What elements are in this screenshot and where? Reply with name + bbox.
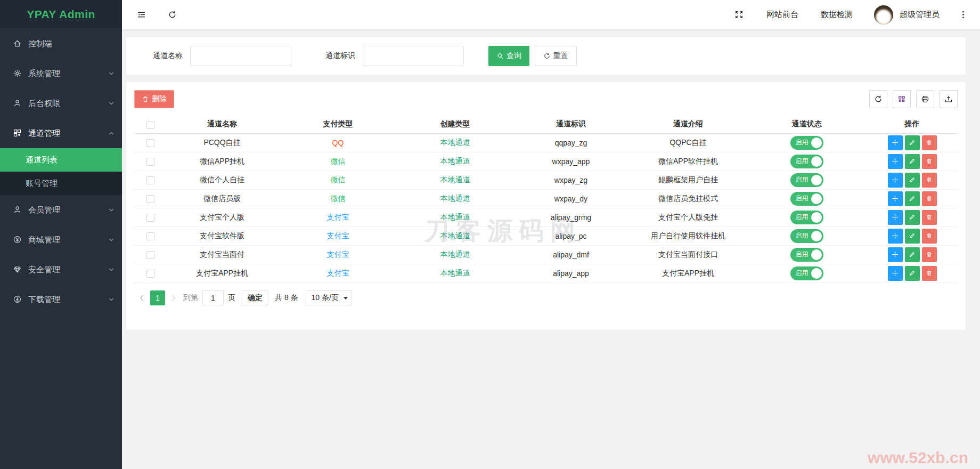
page-number[interactable]: 1: [150, 290, 165, 305]
move-button[interactable]: [888, 266, 903, 281]
sidebar: YPAY Admin 控制端系统管理后台权限通道管理通道列表账号管理会员管理商城…: [0, 0, 122, 469]
reset-button[interactable]: 重置: [535, 46, 577, 66]
edit-button[interactable]: [905, 247, 920, 262]
row-checkbox[interactable]: [146, 139, 154, 147]
status-toggle[interactable]: 启用: [790, 248, 823, 262]
sidebar-item-auth[interactable]: 后台权限: [0, 88, 122, 118]
toggle-knob: [811, 231, 822, 241]
delete-row-button[interactable]: [922, 173, 937, 188]
cell-channel-code: alipay_grmg: [512, 208, 630, 227]
delete-row-button[interactable]: [922, 154, 937, 169]
channel-name-input[interactable]: [190, 46, 291, 66]
prev-page-button[interactable]: [136, 290, 147, 305]
confirm-page-button[interactable]: 确定: [242, 290, 268, 305]
sidebar-item-label: 通道管理: [28, 128, 60, 139]
topbar-link-site-front[interactable]: 网站前台: [766, 10, 798, 20]
sidebar-item-download[interactable]: 下载管理: [0, 285, 122, 314]
move-button[interactable]: [888, 135, 903, 150]
sidebar-item-mall[interactable]: 商城管理: [0, 225, 122, 255]
col-create-type: 创建类型: [398, 116, 512, 133]
edit-button[interactable]: [905, 154, 920, 169]
status-toggle[interactable]: 启用: [790, 173, 823, 187]
channel-table: 通道名称 支付类型 创建类型 通道标识 通道介绍 通道状态 操作 PCQQ自挂Q…: [134, 116, 958, 283]
query-button[interactable]: 查询: [488, 46, 529, 66]
home-icon: [13, 39, 22, 48]
sidebar-item-console[interactable]: 控制端: [0, 29, 122, 59]
delete-button[interactable]: 删除: [134, 90, 174, 108]
table-refresh-button[interactable]: [869, 90, 887, 108]
move-button[interactable]: [888, 191, 903, 206]
sidebar-item-system[interactable]: 系统管理: [0, 59, 122, 88]
delete-row-button[interactable]: [922, 229, 937, 244]
per-page-select[interactable]: 10 条/页: [306, 290, 352, 305]
goto-page-input[interactable]: [202, 290, 224, 305]
topbar-link-data-check[interactable]: 数据检测: [821, 10, 853, 20]
select-all-checkbox[interactable]: [146, 121, 154, 129]
channel-name-label: 通道名称: [153, 51, 183, 61]
edit-button[interactable]: [905, 191, 920, 206]
move-button[interactable]: [888, 173, 903, 188]
row-checkbox[interactable]: [146, 251, 154, 259]
sidebar-item-label: 控制端: [28, 39, 52, 49]
status-toggle-label: 启用: [796, 194, 808, 203]
move-button[interactable]: [888, 154, 903, 169]
move-button[interactable]: [888, 229, 903, 244]
row-checkbox[interactable]: [146, 176, 154, 184]
row-checkbox[interactable]: [146, 270, 154, 278]
table-print-button[interactable]: [916, 90, 934, 108]
avatar[interactable]: [874, 5, 893, 25]
row-checkbox[interactable]: [146, 232, 154, 240]
chevron-down-icon: [107, 69, 116, 78]
edit-button[interactable]: [905, 229, 920, 244]
move-button[interactable]: [888, 247, 903, 262]
collapse-menu-icon[interactable]: [136, 10, 146, 20]
col-actions: 操作: [867, 116, 958, 133]
row-checkbox[interactable]: [146, 214, 154, 222]
sidebar-item-member[interactable]: 会员管理: [0, 195, 122, 225]
status-toggle-label: 启用: [796, 250, 808, 259]
sidebar-subitem-channel-list[interactable]: 通道列表: [0, 148, 122, 172]
status-toggle[interactable]: 启用: [790, 211, 823, 224]
edit-button[interactable]: [905, 266, 920, 281]
status-toggle[interactable]: 启用: [790, 266, 823, 280]
delete-row-button[interactable]: [922, 247, 937, 262]
delete-row-button[interactable]: [922, 266, 937, 281]
chevron-down-icon: [107, 236, 116, 244]
delete-row-button[interactable]: [922, 135, 937, 150]
cell-channel-intro: 支付宝个人版免挂: [630, 208, 747, 227]
delete-row-button[interactable]: [922, 210, 937, 225]
cell-channel-name: PCQQ自挂: [166, 133, 278, 152]
sidebar-item-security[interactable]: 安全管理: [0, 255, 122, 285]
sidebar-subitem-account-manage[interactable]: 账号管理: [0, 172, 122, 195]
table-export-button[interactable]: [940, 90, 958, 108]
status-toggle[interactable]: 启用: [790, 229, 823, 243]
row-actions: [867, 173, 958, 188]
move-button[interactable]: [888, 210, 903, 225]
row-checkbox[interactable]: [146, 195, 154, 203]
per-page-value: 10 条/页: [312, 293, 339, 303]
row-checkbox[interactable]: [146, 158, 154, 166]
channel-code-input[interactable]: [363, 46, 464, 66]
topbar: 网站前台 数据检测 超级管理员: [122, 0, 980, 29]
edit-button[interactable]: [905, 210, 920, 225]
status-toggle[interactable]: 启用: [790, 136, 823, 150]
cell-channel-name: 支付宝个人版: [166, 208, 278, 227]
sidebar-item-channel[interactable]: 通道管理: [0, 118, 122, 148]
next-page-button[interactable]: [168, 290, 179, 305]
status-toggle[interactable]: 启用: [790, 155, 823, 168]
status-toggle[interactable]: 启用: [790, 192, 823, 206]
cell-channel-name: 微信个人自挂: [166, 171, 278, 189]
cell-create-type: 本地通道: [398, 227, 512, 245]
delete-row-button[interactable]: [922, 191, 937, 206]
more-menu-icon[interactable]: [958, 10, 968, 20]
edit-button[interactable]: [905, 173, 920, 188]
row-actions: [867, 247, 958, 262]
refresh-page-icon[interactable]: [167, 10, 177, 20]
cell-channel-intro: 支付宝当面付接口: [630, 245, 747, 264]
edit-button[interactable]: [905, 135, 920, 150]
chevron-down-icon: [107, 206, 116, 214]
fullscreen-icon[interactable]: [733, 10, 744, 20]
table-columns-button[interactable]: [893, 90, 911, 108]
username[interactable]: 超级管理员: [900, 10, 940, 20]
table-row: 微信店员版微信本地通道wxpay_dy微信店员免挂模式启用: [134, 189, 958, 208]
